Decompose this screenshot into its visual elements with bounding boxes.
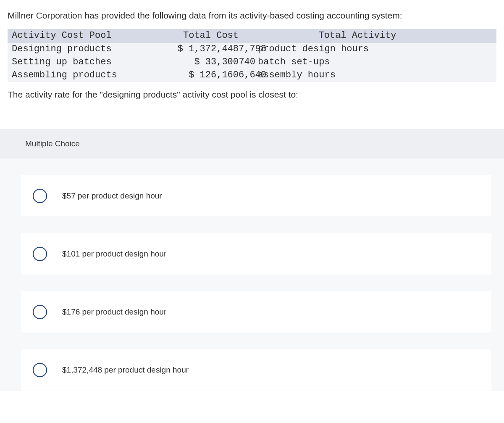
- cell-unit: assembly hours: [255, 69, 457, 82]
- cell-pool: Designing products: [12, 43, 138, 56]
- cell-pool: Setting up batches: [12, 56, 138, 69]
- table-row: Designing products $ 1,372,448 7,798 pro…: [8, 43, 496, 56]
- table-row: Assembling products $ 126,160 6,640 asse…: [8, 69, 496, 82]
- multiple-choice-block: Multiple Choice $57 per product design h…: [0, 129, 504, 391]
- radio-icon[interactable]: [33, 363, 47, 377]
- header-cost: Total Cost: [138, 29, 239, 42]
- cell-cost: $ 126,160: [138, 69, 239, 82]
- cell-unit: product design hours: [255, 43, 457, 56]
- table-row: Setting up batches $ 33,300 740 batch se…: [8, 56, 496, 69]
- radio-icon[interactable]: [33, 189, 47, 203]
- option-label: $57 per product design hour: [62, 191, 162, 201]
- option-label: $176 per product design hour: [62, 307, 166, 317]
- radio-icon[interactable]: [33, 247, 47, 261]
- cell-qty: 740: [239, 56, 255, 69]
- cell-cost: $ 33,300: [138, 56, 239, 69]
- option-label: $1,372,448 per product design hour: [62, 365, 189, 375]
- cell-qty: 6,640: [239, 69, 255, 82]
- costing-table: Activity Cost Pool Total Cost Total Acti…: [8, 29, 496, 82]
- header-pool: Activity Cost Pool: [12, 29, 138, 42]
- header-activity: Total Activity: [255, 29, 457, 42]
- option-a[interactable]: $57 per product design hour: [21, 175, 491, 217]
- option-label: $101 per product design hour: [62, 249, 166, 259]
- multiple-choice-heading: Multiple Choice: [0, 129, 504, 159]
- option-d[interactable]: $1,372,448 per product design hour: [21, 349, 491, 391]
- cell-unit: batch set-ups: [255, 56, 457, 69]
- radio-icon[interactable]: [33, 305, 47, 319]
- cell-cost: $ 1,372,448: [138, 43, 239, 56]
- cell-qty: 7,798: [239, 43, 255, 56]
- question-intro: Millner Corporation has provided the fol…: [0, 0, 504, 26]
- cell-pool: Assembling products: [12, 69, 138, 82]
- option-c[interactable]: $176 per product design hour: [21, 291, 491, 333]
- table-header-row: Activity Cost Pool Total Cost Total Acti…: [8, 29, 496, 43]
- question-followup: The activity rate for the "designing pro…: [0, 82, 504, 116]
- option-b[interactable]: $101 per product design hour: [21, 233, 491, 275]
